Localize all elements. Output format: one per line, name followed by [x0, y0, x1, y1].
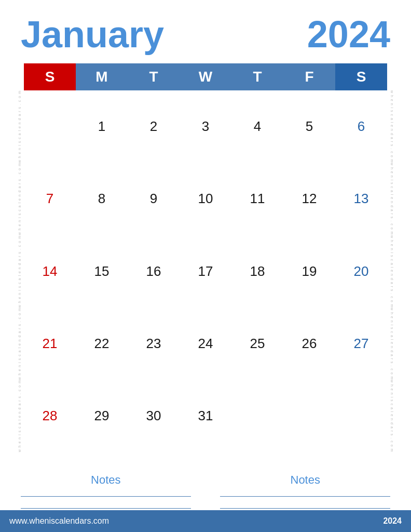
- footer-url: www.wheniscalendars.com: [9, 516, 109, 526]
- calendar-week-row: w h e n i s c a l e n d a r s . c o m282…: [15, 380, 396, 452]
- week-label-left-5: w h e n i s c a l e n d a r s . c o m: [15, 380, 24, 452]
- table-row: 3: [180, 90, 231, 163]
- table-row: 9: [128, 163, 180, 235]
- table-row: 15: [76, 235, 128, 308]
- notes-left-title: Notes: [21, 473, 191, 487]
- table-row: 31: [180, 380, 231, 452]
- calendar-header: January 2024: [0, 0, 411, 63]
- calendar-week-row: w h e n i s c a l e n d a r s . c o m212…: [15, 308, 396, 380]
- year-title: 2024: [307, 16, 390, 53]
- header-friday: F: [283, 63, 335, 90]
- header-tuesday: T: [128, 63, 180, 90]
- table-row: 19: [283, 235, 335, 308]
- table-row: [283, 380, 335, 452]
- header-saturday: S: [335, 63, 387, 90]
- week-label-right-3: w h e n i s c a l e n d a r s . c o m: [387, 235, 396, 308]
- table-row: 10: [180, 163, 231, 235]
- calendar-week-row: w h e n i s c a l e n d a r s . c o m123…: [15, 90, 396, 163]
- calendar-page: January 2024 S M T W T F S w h e n i s c…: [0, 0, 411, 532]
- table-row: 29: [76, 380, 128, 452]
- header-monday: M: [76, 63, 128, 90]
- table-row: 1: [76, 90, 128, 163]
- week-label-right-2: w h e n i s c a l e n d a r s . c o m: [387, 163, 396, 235]
- week-label-left-3: w h e n i s c a l e n d a r s . c o m: [15, 235, 24, 308]
- table-row: 18: [231, 235, 283, 308]
- calendar-wrapper: S M T W T F S w h e n i s c a l e n d a …: [0, 63, 411, 453]
- table-row: 8: [76, 163, 128, 235]
- notes-right-title: Notes: [220, 473, 390, 487]
- notes-line-2-right: [220, 508, 390, 509]
- table-row: 14: [24, 235, 76, 308]
- table-row: 26: [283, 308, 335, 380]
- table-row: 13: [335, 163, 387, 235]
- notes-line-1-right: [220, 496, 390, 497]
- week-label-left-1: w h e n i s c a l e n d a r s . c o m: [15, 90, 24, 163]
- table-row: 21: [24, 308, 76, 380]
- table-row: 6: [335, 90, 387, 163]
- table-row: 20: [335, 235, 387, 308]
- table-row: 16: [128, 235, 180, 308]
- notes-line-2-left: [21, 508, 191, 509]
- notes-line-1-left: [21, 496, 191, 497]
- table-row: 28: [24, 380, 76, 452]
- footer: www.wheniscalendars.com 2024: [0, 510, 411, 532]
- footer-year: 2024: [383, 516, 402, 526]
- table-row: 4: [231, 90, 283, 163]
- week-label-right-4: w h e n i s c a l e n d a r s . c o m: [387, 308, 396, 380]
- week-label-left-2: w h e n i s c a l e n d a r s . c o m: [15, 163, 24, 235]
- calendar-table: S M T W T F S w h e n i s c a l e n d a …: [15, 63, 396, 453]
- header-sunday: S: [24, 63, 76, 90]
- calendar-week-row: w h e n i s c a l e n d a r s . c o m789…: [15, 163, 396, 235]
- table-row: 12: [283, 163, 335, 235]
- table-row: 23: [128, 308, 180, 380]
- week-label-left-4: w h e n i s c a l e n d a r s . c o m: [15, 308, 24, 380]
- table-row: 22: [76, 308, 128, 380]
- table-row: 7: [24, 163, 76, 235]
- calendar-header-row: S M T W T F S: [15, 63, 396, 90]
- table-row: 25: [231, 308, 283, 380]
- week-label-right-header: [387, 63, 396, 90]
- calendar-week-row: w h e n i s c a l e n d a r s . c o m141…: [15, 235, 396, 308]
- header-wednesday: W: [180, 63, 231, 90]
- table-row: [231, 380, 283, 452]
- table-row: 30: [128, 380, 180, 452]
- table-row: 27: [335, 308, 387, 380]
- table-row: 11: [231, 163, 283, 235]
- week-label-right-1: w h e n i s c a l e n d a r s . c o m: [387, 90, 396, 163]
- week-label-left-header: [15, 63, 24, 90]
- table-row: 2: [128, 90, 180, 163]
- table-row: 24: [180, 308, 231, 380]
- table-row: 17: [180, 235, 231, 308]
- week-label-right-5: w h e n i s c a l e n d a r s . c o m: [387, 380, 396, 452]
- table-row: 5: [283, 90, 335, 163]
- table-row: [335, 380, 387, 452]
- month-title: January: [21, 16, 164, 53]
- header-thursday: T: [231, 63, 283, 90]
- table-row: [24, 90, 76, 163]
